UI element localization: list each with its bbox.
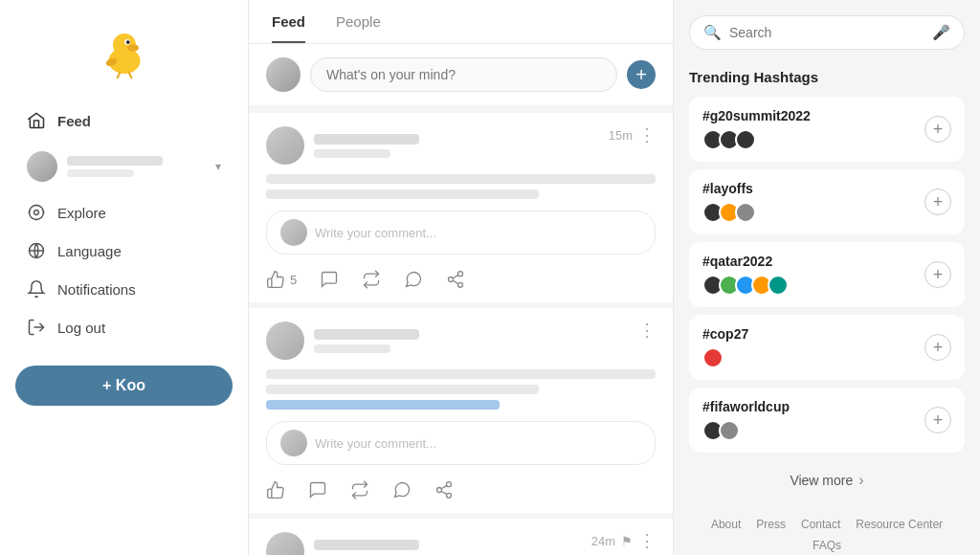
- koo-post-button[interactable]: + Koo: [15, 366, 233, 406]
- user-handle-blur: [67, 169, 134, 177]
- explore-icon: [27, 203, 46, 222]
- svg-point-13: [449, 278, 454, 282]
- rekoo-icon: [362, 270, 381, 289]
- post-time: 15m: [609, 128, 633, 143]
- comment-placeholder: Write your comment...: [315, 226, 436, 240]
- hashtag-card: #fifaworldcup +: [689, 388, 965, 453]
- more-options-button[interactable]: ⋮: [638, 126, 656, 144]
- sidebar-notifications-label: Notifications: [57, 281, 136, 298]
- sidebar-item-notifications[interactable]: Notifications: [15, 270, 233, 308]
- post-link-preview: [266, 400, 500, 410]
- svg-line-16: [453, 275, 458, 278]
- post-name-blur: [314, 540, 419, 550]
- hashtag-name[interactable]: #layoffs: [702, 181, 753, 196]
- hashtag-name[interactable]: #qatar2022: [702, 254, 784, 269]
- post-card: 24m ⚑ ⋮: [249, 519, 673, 555]
- share-icon: [434, 480, 454, 500]
- bell-icon: [27, 279, 46, 299]
- hashtag-name[interactable]: #g20summit2022: [702, 108, 811, 123]
- hashtag-avatars: [702, 129, 811, 150]
- comment-input-box[interactable]: Write your comment...: [266, 421, 656, 465]
- post-handle-blur: [314, 149, 390, 158]
- tab-people[interactable]: People: [336, 13, 381, 43]
- compose-add-button[interactable]: +: [627, 60, 656, 89]
- language-icon: [27, 241, 46, 260]
- hashtag-avatars: [702, 275, 784, 296]
- share-button[interactable]: [434, 480, 454, 500]
- search-box: 🔍 🎤: [689, 15, 965, 50]
- main-feed: Feed People + 15m ⋮ Write your: [249, 0, 674, 555]
- comment-button[interactable]: [320, 270, 339, 289]
- post-handle-blur: [314, 344, 390, 353]
- rekoo-button[interactable]: [362, 270, 381, 289]
- share-whatsapp-button[interactable]: [404, 270, 423, 289]
- microphone-icon[interactable]: 🎤: [932, 24, 950, 41]
- footer-link-resource[interactable]: Resource Center: [856, 518, 943, 531]
- feed-tabs: Feed People: [249, 0, 673, 44]
- footer-link-press[interactable]: Press: [756, 518, 786, 531]
- like-button[interactable]: [266, 480, 285, 500]
- sidebar: Feed ▾ Explore Language: [0, 0, 249, 555]
- whatsapp-icon: [404, 270, 423, 289]
- hashtag-card: #qatar2022 +: [689, 242, 965, 307]
- right-sidebar: 🔍 🎤 Trending Hashtags #g20summit2022 + #…: [674, 0, 980, 555]
- comment-placeholder: Write your comment...: [315, 436, 436, 451]
- share-whatsapp-button[interactable]: [392, 480, 412, 500]
- follow-hashtag-button[interactable]: +: [924, 116, 951, 143]
- comment-button[interactable]: [308, 480, 327, 500]
- rekoo-icon: [350, 480, 369, 500]
- more-options-button[interactable]: ⋮: [638, 322, 656, 339]
- koo-logo-icon: [96, 25, 153, 82]
- sidebar-item-feed[interactable]: Feed: [15, 101, 233, 140]
- post-header: ⋮: [266, 322, 656, 360]
- composer-input[interactable]: [310, 57, 617, 92]
- trending-hashtags-title: Trending Hashtags: [689, 69, 965, 85]
- avatar: [702, 347, 724, 368]
- follow-hashtag-button[interactable]: +: [924, 334, 951, 361]
- hashtag-avatars: [702, 202, 753, 223]
- footer-link-contact[interactable]: Contact: [801, 518, 840, 531]
- post-name-blur: [314, 329, 419, 340]
- tab-feed[interactable]: Feed: [272, 13, 305, 43]
- sidebar-user-row[interactable]: ▾: [15, 144, 233, 189]
- chevron-down-icon: ▾: [215, 160, 221, 173]
- like-button[interactable]: 5: [266, 270, 297, 289]
- post-flag-icon: ⚑: [621, 534, 633, 548]
- avatar: [719, 420, 740, 441]
- comment-avatar: [280, 219, 307, 246]
- sidebar-feed-label: Feed: [57, 113, 91, 129]
- avatar: [27, 151, 57, 182]
- post-user-info: [314, 329, 419, 353]
- hashtag-name[interactable]: #fifaworldcup: [702, 399, 790, 414]
- follow-hashtag-button[interactable]: +: [924, 261, 951, 288]
- sidebar-language-label: Language: [57, 243, 122, 259]
- post-content-line: [266, 174, 656, 184]
- sidebar-logout-label: Log out: [57, 320, 105, 336]
- more-options-button[interactable]: ⋮: [638, 532, 656, 549]
- footer-link-about[interactable]: About: [711, 518, 741, 531]
- search-input[interactable]: [729, 25, 924, 40]
- share-button[interactable]: [446, 270, 465, 289]
- svg-line-21: [441, 485, 447, 488]
- post-content-line: [266, 385, 539, 394]
- svg-line-6: [117, 73, 120, 78]
- avatar: [735, 129, 756, 150]
- avatar: [266, 322, 304, 360]
- svg-point-14: [458, 282, 463, 287]
- rekoo-button[interactable]: [350, 480, 369, 500]
- post-time: 24m: [591, 534, 615, 548]
- svg-point-19: [447, 493, 452, 498]
- follow-hashtag-button[interactable]: +: [924, 189, 951, 215]
- comment-input-box[interactable]: Write your comment...: [266, 211, 656, 255]
- sidebar-item-language[interactable]: Language: [15, 232, 233, 270]
- search-icon: 🔍: [703, 24, 722, 41]
- view-more-label: View more: [790, 473, 853, 488]
- avatar: [266, 532, 304, 555]
- follow-hashtag-button[interactable]: +: [924, 407, 951, 433]
- footer-link-faqs[interactable]: FAQs: [813, 539, 841, 552]
- view-more-button[interactable]: View more ›: [689, 460, 965, 500]
- sidebar-item-logout[interactable]: Log out: [15, 308, 233, 346]
- svg-point-17: [447, 482, 452, 487]
- sidebar-item-explore[interactable]: Explore: [15, 193, 233, 232]
- hashtag-name[interactable]: #cop27: [702, 326, 748, 342]
